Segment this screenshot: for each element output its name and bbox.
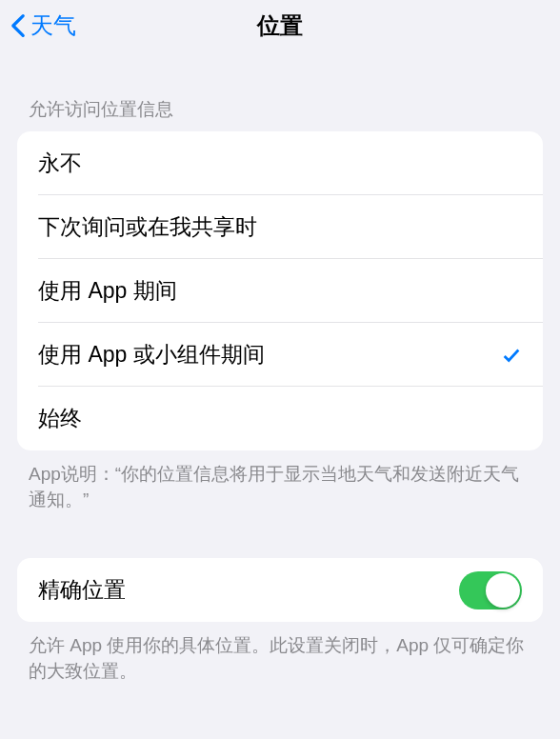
option-while-using-app[interactable]: 使用 App 期间 <box>17 259 543 323</box>
option-label: 始终 <box>38 404 82 433</box>
location-access-group: 永不 下次询问或在我共享时 使用 App 期间 使用 App 或小组件期间 始终 <box>17 131 543 450</box>
section-footer-app-description: App说明：“你的位置信息将用于显示当地天气和发送附近天气通知。” <box>0 450 560 512</box>
section-footer-precise-description: 允许 App 使用你的具体位置。此设置关闭时，App 仅可确定你的大致位置。 <box>0 622 560 684</box>
option-label: 使用 App 或小组件期间 <box>38 340 265 370</box>
toggle-knob <box>486 573 520 608</box>
option-label: 使用 App 期间 <box>38 276 177 306</box>
option-app-or-widgets[interactable]: 使用 App 或小组件期间 <box>17 323 543 387</box>
nav-header: 天气 位置 <box>0 0 560 51</box>
chevron-left-icon <box>10 13 27 38</box>
option-always[interactable]: 始终 <box>17 387 543 450</box>
option-label: 永不 <box>38 149 82 178</box>
precise-location-row: 精确位置 <box>17 558 543 622</box>
precise-location-toggle[interactable] <box>459 571 522 609</box>
precise-location-label: 精确位置 <box>38 575 126 605</box>
back-label: 天气 <box>30 10 76 41</box>
page-title: 位置 <box>257 10 303 41</box>
spacer <box>0 512 560 558</box>
back-button[interactable]: 天气 <box>10 10 76 41</box>
precise-location-group: 精确位置 <box>17 558 543 622</box>
checkmark-icon <box>501 345 522 366</box>
option-ask-next-time[interactable]: 下次询问或在我共享时 <box>17 195 543 259</box>
option-label: 下次询问或在我共享时 <box>38 212 257 242</box>
section-header-location-access: 允许访问位置信息 <box>0 51 560 131</box>
option-never[interactable]: 永不 <box>17 131 543 195</box>
